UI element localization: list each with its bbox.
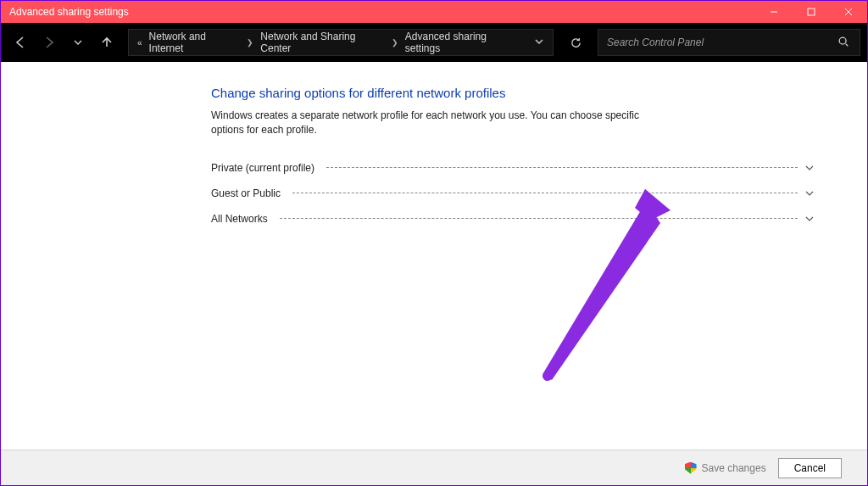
svg-point-4 xyxy=(839,37,846,44)
chevron-down-icon[interactable] xyxy=(803,161,816,175)
search-icon xyxy=(837,36,851,49)
minimize-button[interactable] xyxy=(755,1,793,23)
footer: Save changes Cancel xyxy=(1,450,867,485)
close-button[interactable] xyxy=(830,1,867,23)
cancel-button[interactable]: Cancel xyxy=(778,458,842,478)
content-area: Change sharing options for different net… xyxy=(1,62,867,450)
forward-button[interactable] xyxy=(36,30,62,55)
breadcrumb-overflow-icon[interactable]: « xyxy=(137,38,142,47)
profile-row-guest[interactable]: Guest or Public xyxy=(211,181,816,206)
chevron-down-icon[interactable] xyxy=(803,212,816,226)
profile-label: Private (current profile) xyxy=(211,162,321,174)
search-input[interactable]: Search Control Panel xyxy=(598,29,860,56)
save-changes-button: Save changes xyxy=(685,462,766,474)
breadcrumb-item[interactable]: Network and Sharing Center xyxy=(260,31,384,54)
recent-locations-button[interactable] xyxy=(65,30,91,55)
divider xyxy=(326,167,798,168)
page-title: Change sharing options for different net… xyxy=(211,86,816,100)
svg-line-8 xyxy=(548,206,649,376)
profile-label: All Networks xyxy=(211,213,275,225)
profile-row-private[interactable]: Private (current profile) xyxy=(211,155,816,181)
navbar: « Network and Internet ❯ Network and Sha… xyxy=(1,23,867,62)
divider xyxy=(292,193,798,193)
window-title: Advanced sharing settings xyxy=(9,6,129,18)
chevron-right-icon: ❯ xyxy=(392,38,398,47)
profile-label: Guest or Public xyxy=(211,187,287,199)
up-button[interactable] xyxy=(94,30,120,55)
breadcrumb[interactable]: « Network and Internet ❯ Network and Sha… xyxy=(128,29,554,56)
divider xyxy=(280,218,798,219)
back-button[interactable] xyxy=(8,30,33,55)
svg-line-5 xyxy=(846,44,849,47)
maximize-button[interactable] xyxy=(793,1,830,23)
profile-row-all-networks[interactable]: All Networks xyxy=(211,206,816,232)
breadcrumb-item[interactable]: Network and Internet xyxy=(149,31,241,54)
chevron-down-icon[interactable] xyxy=(803,187,816,200)
shield-icon xyxy=(685,462,697,474)
page-description: Windows creates a separate network profi… xyxy=(211,109,652,138)
breadcrumb-item[interactable]: Advanced sharing settings xyxy=(405,31,520,54)
breadcrumb-dropdown-icon[interactable] xyxy=(534,36,544,49)
svg-rect-1 xyxy=(808,8,815,15)
refresh-button[interactable] xyxy=(562,29,589,56)
titlebar: Advanced sharing settings xyxy=(1,1,867,23)
chevron-right-icon: ❯ xyxy=(247,38,253,47)
search-placeholder: Search Control Panel xyxy=(607,36,837,48)
save-label: Save changes xyxy=(702,462,766,474)
